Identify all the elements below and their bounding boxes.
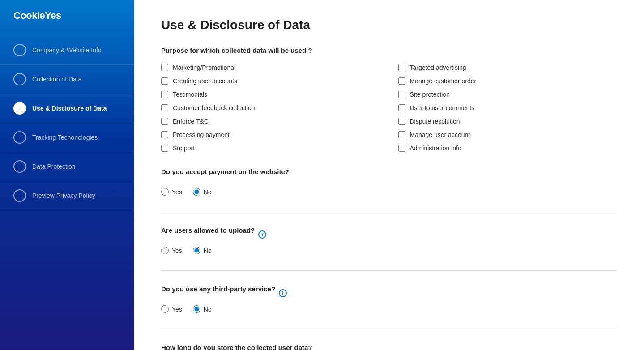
checkbox-input-0[interactable] [161, 64, 168, 71]
radio-group-upload: YesNo [161, 247, 617, 254]
checkbox-input-7[interactable] [398, 104, 405, 111]
radio-item-third-party-yes[interactable]: Yes [161, 305, 182, 313]
checkbox-input-5[interactable] [398, 91, 405, 98]
radio-label-payment-yes: Yes [172, 188, 182, 196]
app-logo: CookieYes [13, 10, 61, 21]
sidebar-item-company[interactable]: →Company & Website Info [0, 36, 134, 65]
checkbox-item-7[interactable]: User to user comments [398, 104, 618, 111]
radio-group-payment: YesNo [161, 188, 617, 196]
section-question-purpose: Purpose for which collected data will be… [161, 47, 312, 54]
checkbox-label-0: Marketing/Promotional [173, 64, 235, 71]
checkbox-item-6[interactable]: Customer feedback collection [161, 104, 380, 111]
radio-item-payment-yes[interactable]: Yes [161, 188, 182, 196]
radio-label-upload-yes: Yes [172, 247, 182, 254]
radio-input-payment-no[interactable] [193, 188, 200, 196]
radio-item-payment-no[interactable]: No [193, 188, 212, 196]
section-divider [161, 270, 617, 271]
section-question-payment: Do you accept payment on the website? [161, 168, 289, 175]
sidebar-item-data-protection[interactable]: →Data Protection [0, 152, 134, 181]
sidebar-item-label: Company & Website Info [32, 47, 102, 54]
sidebar-nav: →Company & Website Info→Collection of Da… [0, 31, 134, 215]
checkbox-label-7: User to user comments [410, 104, 475, 111]
section-upload: Are users allowed to upload?iYesNo [161, 226, 617, 271]
checkbox-item-11[interactable]: Manage user account [398, 131, 618, 138]
section-purpose: Purpose for which collected data will be… [161, 47, 617, 152]
nav-arrow-icon: → [13, 131, 26, 144]
checkbox-item-3[interactable]: Manage customer order [398, 77, 618, 85]
checkbox-item-4[interactable]: Testimonials [161, 91, 380, 98]
checkbox-label-4: Testimonials [173, 91, 207, 98]
checkbox-input-3[interactable] [398, 77, 405, 85]
radio-input-third-party-yes[interactable] [161, 305, 169, 313]
checkbox-label-12: Support [173, 145, 195, 152]
sidebar-item-label: Collection of Data [32, 76, 82, 83]
sidebar-item-use-disclosure[interactable]: →Use & Disclosure of Data [0, 94, 134, 123]
checkbox-item-10[interactable]: Processing payment [161, 131, 380, 138]
section-divider [161, 212, 617, 212]
sidebar-item-label: Use & Disclosure of Data [32, 105, 107, 112]
section-store-duration: How long do you store the collected user… [161, 344, 617, 350]
checkbox-input-1[interactable] [398, 64, 405, 71]
radio-input-payment-yes[interactable] [161, 188, 169, 196]
logo-area: CookieYes [0, 0, 134, 31]
checkbox-input-12[interactable] [161, 145, 168, 152]
checkbox-grid-purpose: Marketing/PromotionalTargeted advertisin… [161, 64, 617, 152]
checkbox-label-9: Dispute resolution [410, 118, 460, 125]
checkbox-item-5[interactable]: Site protection [398, 91, 618, 98]
tooltip-icon-third-party[interactable]: i [279, 289, 287, 297]
question-row-store-duration: How long do you store the collected user… [161, 344, 617, 350]
sidebar-item-preview[interactable]: →Preview Privacy Policy [0, 181, 134, 210]
sidebar-item-label: Data Protection [32, 163, 76, 170]
checkbox-label-13: Administration info [410, 145, 461, 152]
checkbox-item-2[interactable]: Creating user accounts [161, 77, 380, 85]
checkbox-item-8[interactable]: Enforce T&C [161, 118, 380, 125]
checkbox-label-10: Processing payment [173, 131, 230, 138]
main-content: Use & Disclosure of Data Purpose for whi… [134, 0, 644, 350]
checkbox-input-11[interactable] [398, 131, 405, 138]
checkbox-input-10[interactable] [161, 131, 168, 138]
radio-item-upload-yes[interactable]: Yes [161, 247, 182, 254]
sidebar: CookieYes →Company & Website Info→Collec… [0, 0, 134, 350]
checkbox-item-9[interactable]: Dispute resolution [398, 118, 618, 125]
radio-label-third-party-no: No [204, 306, 212, 313]
checkbox-input-9[interactable] [398, 118, 405, 125]
checkbox-label-5: Site protection [410, 91, 450, 98]
sidebar-item-tracking[interactable]: →Tracking Techonologies [0, 123, 134, 152]
section-question-upload: Are users allowed to upload? [161, 226, 255, 234]
section-question-store-duration: How long do you store the collected user… [161, 344, 312, 350]
radio-input-upload-yes[interactable] [161, 247, 169, 254]
checkbox-label-3: Manage customer order [410, 77, 477, 85]
sidebar-item-collection[interactable]: →Collection of Data [0, 65, 134, 94]
checkbox-item-1[interactable]: Targeted advertising [398, 64, 618, 71]
checkbox-input-6[interactable] [161, 104, 168, 111]
checkbox-label-6: Customer feedback collection [173, 104, 255, 111]
radio-item-third-party-no[interactable]: No [193, 305, 212, 313]
checkbox-label-8: Enforce T&C [173, 118, 209, 125]
radio-input-upload-no[interactable] [193, 247, 200, 254]
checkbox-item-13[interactable]: Administration info [398, 145, 618, 152]
checkbox-label-11: Manage user account [410, 131, 470, 138]
question-row-purpose: Purpose for which collected data will be… [161, 47, 617, 62]
question-row-payment: Do you accept payment on the website? [161, 168, 617, 184]
checkbox-input-13[interactable] [398, 145, 405, 152]
question-row-third-party: Do you use any third-party service?i [161, 285, 617, 301]
section-payment: Do you accept payment on the website?Yes… [161, 168, 617, 212]
checkbox-input-8[interactable] [161, 118, 168, 125]
section-third-party: Do you use any third-party service?iYesN… [161, 285, 617, 329]
tooltip-icon-upload[interactable]: i [258, 230, 266, 239]
sidebar-item-label: Preview Privacy Policy [32, 192, 95, 199]
checkbox-label-2: Creating user accounts [173, 77, 237, 85]
radio-label-third-party-yes: Yes [172, 306, 182, 313]
nav-arrow-icon: → [13, 102, 26, 115]
radio-label-payment-no: No [204, 188, 212, 196]
question-row-upload: Are users allowed to upload?i [161, 226, 617, 242]
radio-label-upload-no: No [204, 247, 212, 254]
checkbox-input-4[interactable] [161, 91, 168, 98]
sidebar-item-label: Tracking Techonologies [32, 134, 98, 141]
checkbox-item-12[interactable]: Support [161, 145, 380, 152]
checkbox-item-0[interactable]: Marketing/Promotional [161, 64, 380, 71]
radio-input-third-party-no[interactable] [193, 305, 200, 313]
radio-item-upload-no[interactable]: No [193, 247, 212, 254]
nav-arrow-icon: → [13, 73, 26, 85]
checkbox-input-2[interactable] [161, 77, 168, 85]
